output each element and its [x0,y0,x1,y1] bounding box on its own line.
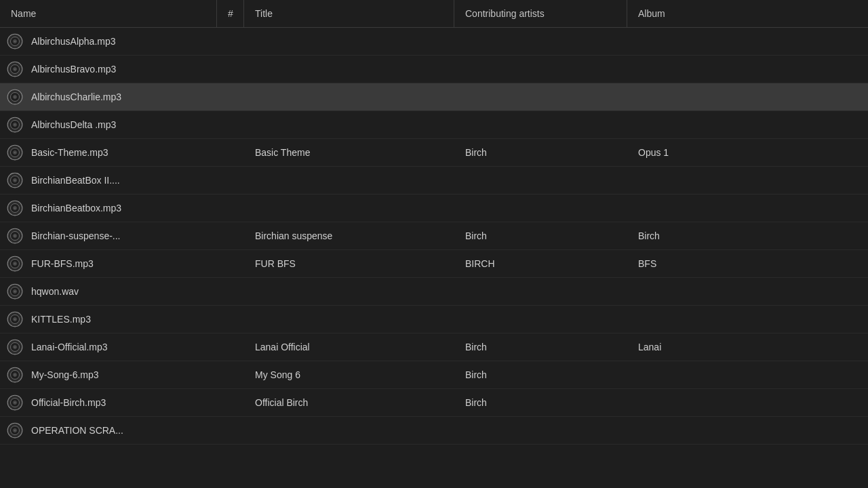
file-name-cell: AlbirchusDelta .mp3 [0,111,217,138]
file-artists [454,287,627,296]
file-album [627,371,800,379]
table-row[interactable]: AlbirchusAlpha.mp3 [0,28,868,56]
file-artists [454,426,627,434]
table-row[interactable]: AlbirchusBravo.mp3 [0,56,868,83]
svg-point-55 [14,402,16,403]
header-num[interactable]: # [217,0,244,27]
svg-point-15 [14,124,16,125]
file-album [627,204,800,212]
file-artists: BIRCH [454,254,627,273]
file-name-cell: My-Song-6.mp3 [0,361,217,388]
table-row[interactable]: BirchianBeatbox.mp3 [0,195,868,222]
file-artists [454,204,627,212]
header-title[interactable]: Title [244,0,454,27]
svg-point-23 [14,180,16,181]
file-name-cell: BirchianBeatBox II.... [0,167,217,194]
file-album: BFS [627,254,800,273]
file-name-cell: Lanai-Official.mp3 [0,333,217,361]
file-artists: Birch [454,365,627,384]
file-name-cell: FUR-BFS.mp3 [0,250,217,277]
file-name-cell: Official-Birch.mp3 [0,389,217,416]
file-name: BirchianBeatBox II.... [31,175,120,186]
file-name: AlbirchusDelta .mp3 [31,119,116,130]
file-artists: Birch [454,143,627,162]
file-title: Official Birch [244,393,454,412]
music-file-icon [5,87,24,106]
file-num [217,121,244,129]
file-num [217,176,244,184]
file-title [244,65,454,73]
file-artists: Birch [454,226,627,245]
music-file-icon [5,393,24,412]
svg-point-51 [14,374,16,375]
file-name: AlbirchusBravo.mp3 [31,64,116,75]
table-row[interactable]: OPERATION SCRA... [0,417,868,445]
file-name: Lanai-Official.mp3 [31,342,108,352]
file-name-cell: KITTLES.mp3 [0,306,217,333]
file-title [244,315,454,323]
svg-point-7 [14,68,16,70]
table-row[interactable]: AlbirchusCharlie.mp3 [0,83,868,111]
file-title: FUR BFS [244,254,454,273]
file-name-cell: OPERATION SCRA... [0,417,217,444]
file-title [244,204,454,212]
file-album: Lanai [627,338,800,357]
file-album [627,399,800,407]
file-title [244,37,454,45]
music-file-icon [5,115,24,134]
file-name: Birchian-suspense-... [31,230,121,241]
file-name: Basic-Theme.mp3 [31,147,108,158]
table-row[interactable]: BirchianBeatBox II.... [0,167,868,195]
file-name: AlbirchusCharlie.mp3 [31,92,121,102]
table-row[interactable]: AlbirchusDelta .mp3 [0,111,868,139]
file-num [217,65,244,73]
music-file-icon [5,199,24,218]
header-name[interactable]: Name [0,0,217,27]
table-row[interactable]: FUR-BFS.mp3 FUR BFSBIRCHBFS [0,250,868,278]
file-list[interactable]: AlbirchusAlpha.mp3 AlbirchusBravo.mp3 Al… [0,28,868,488]
file-title: My Song 6 [244,365,454,384]
file-album [627,37,800,45]
file-num [217,148,244,157]
file-title: Lanai Official [244,338,454,357]
file-name: OPERATION SCRA... [31,425,123,436]
music-file-icon [5,310,24,329]
file-title [244,93,454,101]
table-row[interactable]: KITTLES.mp3 [0,306,868,333]
svg-point-31 [14,235,16,237]
file-num [217,343,244,351]
table-row[interactable]: hqwon.wav [0,278,868,306]
table-row[interactable]: Official-Birch.mp3 Official BirchBirch [0,389,868,417]
music-file-icon [5,143,24,162]
header-artists[interactable]: Contributing artists [454,0,627,27]
file-artists [454,315,627,323]
file-title [244,426,454,434]
file-artists [454,65,627,73]
file-title: Birchian suspense [244,226,454,245]
file-album [627,426,800,434]
file-num [217,371,244,379]
file-num [217,399,244,407]
music-file-icon [5,338,24,357]
svg-point-43 [14,319,16,320]
file-artists: Birch [454,393,627,412]
table-row[interactable]: Basic-Theme.mp3 Basic ThemeBirchOpus 1 [0,139,868,167]
file-artists [454,93,627,101]
music-file-icon [5,32,24,51]
svg-point-3 [14,41,16,42]
file-num [217,260,244,268]
file-num [217,315,244,323]
file-num [217,93,244,101]
svg-point-19 [14,152,16,153]
file-name-cell: hqwon.wav [0,278,217,305]
table-row[interactable]: Lanai-Official.mp3 Lanai OfficialBirchLa… [0,333,868,361]
table-row[interactable]: My-Song-6.mp3 My Song 6Birch [0,361,868,389]
table-row[interactable]: Birchian-suspense-... Birchian suspenseB… [0,222,868,250]
file-name: AlbirchusAlpha.mp3 [31,36,116,47]
svg-point-47 [14,346,16,348]
svg-point-27 [14,207,16,209]
file-artists [454,121,627,129]
header-album[interactable]: Album [627,0,800,27]
file-name: hqwon.wav [31,286,79,297]
svg-point-39 [14,291,16,292]
